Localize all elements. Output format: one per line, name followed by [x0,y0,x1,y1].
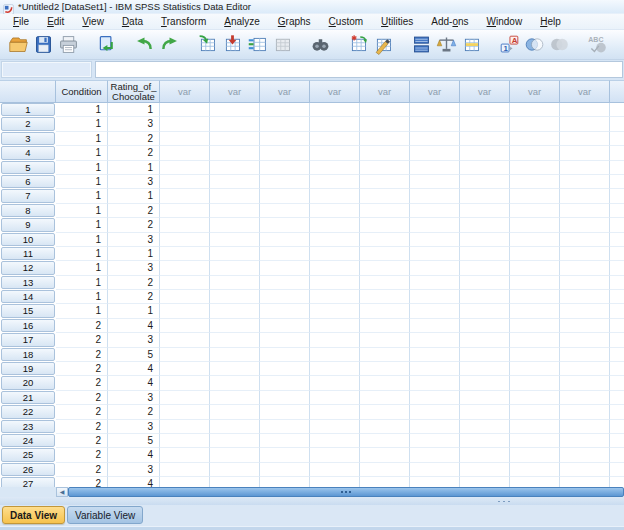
data-cell[interactable] [210,448,260,462]
data-cell[interactable] [360,161,410,175]
data-cell[interactable] [560,218,610,232]
data-cell[interactable]: 2 [56,319,108,333]
data-cell[interactable] [310,405,360,419]
row-header[interactable]: 19 [1,362,55,375]
data-cell[interactable] [260,247,310,261]
data-cell[interactable] [610,103,624,117]
data-cell[interactable] [410,477,460,487]
row-header[interactable]: 1 [1,103,55,116]
data-cell[interactable] [360,233,410,247]
data-cell[interactable] [560,161,610,175]
data-cell[interactable] [560,132,610,146]
dialog-recall-icon[interactable] [94,32,119,58]
data-cell[interactable] [610,333,624,347]
row-header[interactable]: 11 [1,247,55,260]
data-cell[interactable] [160,290,210,304]
goto-case-icon[interactable] [195,32,220,58]
goto-variable-icon[interactable] [220,32,245,58]
data-cell[interactable] [360,376,410,390]
data-cell[interactable] [560,261,610,275]
data-cell[interactable] [410,117,460,131]
data-cell[interactable] [160,463,210,477]
tab-variable-view[interactable]: Variable View [67,506,143,524]
data-cell[interactable] [360,448,410,462]
data-cell[interactable] [310,132,360,146]
row-header[interactable]: 15 [1,304,55,317]
data-cell[interactable] [410,146,460,160]
data-cell[interactable] [210,103,260,117]
data-cell[interactable] [260,189,310,203]
data-cell[interactable] [260,146,310,160]
data-cell[interactable] [560,477,610,487]
data-cell[interactable]: 1 [108,247,160,261]
data-cell[interactable] [210,463,260,477]
data-cell[interactable] [510,463,560,477]
data-cell[interactable] [460,132,510,146]
data-cell[interactable] [160,405,210,419]
data-cell[interactable] [160,146,210,160]
data-cell[interactable]: 1 [108,304,160,318]
data-cell[interactable]: 1 [56,247,108,261]
data-cell[interactable] [510,261,560,275]
data-cell[interactable] [160,477,210,487]
column-header-var[interactable]: var [310,80,360,103]
data-cell[interactable] [360,261,410,275]
menu-transform[interactable]: Transform [152,14,215,29]
data-cell[interactable] [210,391,260,405]
data-cell[interactable] [360,103,410,117]
data-cell[interactable]: 4 [108,362,160,376]
menu-graphs[interactable]: Graphs [269,14,320,29]
data-cell[interactable] [460,161,510,175]
row-header[interactable]: 18 [1,348,55,361]
column-header-var[interactable]: var [160,80,210,103]
row-header[interactable]: 2 [1,117,55,130]
data-cell[interactable] [460,463,510,477]
menu-help[interactable]: Help [531,14,570,29]
data-cell[interactable] [560,304,610,318]
data-cell[interactable] [360,420,410,434]
data-cell[interactable]: 2 [56,376,108,390]
row-header[interactable]: 16 [1,319,55,332]
data-cell[interactable]: 5 [108,434,160,448]
data-cell[interactable]: 2 [56,463,108,477]
data-cell[interactable] [210,405,260,419]
row-header[interactable]: 24 [1,434,55,447]
data-cell[interactable]: 1 [56,189,108,203]
data-cell[interactable] [360,175,410,189]
data-cell[interactable] [310,376,360,390]
data-cell[interactable] [510,420,560,434]
data-cell[interactable] [610,477,624,487]
data-cell[interactable] [360,434,410,448]
data-cell[interactable] [460,103,510,117]
data-cell[interactable] [310,290,360,304]
data-cell[interactable] [310,420,360,434]
row-header[interactable]: 26 [1,463,55,476]
data-cell[interactable] [560,204,610,218]
data-cell[interactable] [410,247,460,261]
data-cell[interactable] [510,362,560,376]
data-cell[interactable] [560,189,610,203]
data-cell[interactable] [510,233,560,247]
data-cell[interactable]: 1 [56,304,108,318]
data-cell[interactable] [610,175,624,189]
data-cell[interactable]: 3 [108,333,160,347]
data-cell[interactable] [410,376,460,390]
data-cell[interactable] [360,204,410,218]
data-cell[interactable] [460,391,510,405]
row-header[interactable]: 9 [1,218,55,231]
data-cell[interactable]: 1 [56,161,108,175]
data-cell[interactable]: 2 [56,348,108,362]
print-icon[interactable] [56,32,81,58]
data-cell[interactable] [160,247,210,261]
tab-data-view[interactable]: Data View [2,506,65,524]
data-cell[interactable] [360,362,410,376]
column-header-var-partial[interactable] [610,80,624,103]
column-header-var[interactable]: var [210,80,260,103]
data-cell[interactable] [310,477,360,487]
data-cell[interactable] [310,175,360,189]
data-cell[interactable] [310,247,360,261]
data-cell[interactable]: 3 [108,391,160,405]
data-cell[interactable] [160,391,210,405]
data-cell[interactable] [610,218,624,232]
row-header[interactable]: 14 [1,290,55,303]
